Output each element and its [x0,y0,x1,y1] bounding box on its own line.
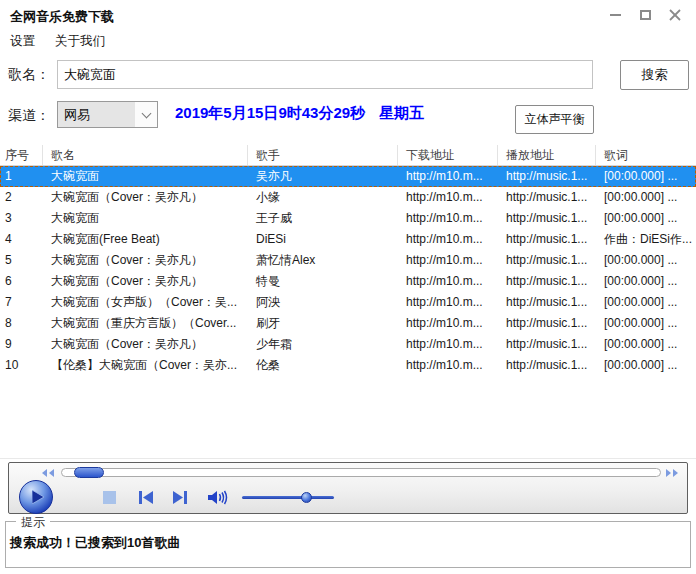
song-cell: 大碗宽面（Cover：吴亦凡） [43,250,248,271]
play-icon [32,490,44,504]
song-name-input[interactable] [57,60,593,89]
volume-thumb[interactable] [301,492,312,503]
index-cell: 2 [0,187,43,208]
song-cell: 大碗宽面(Free Beat) [43,229,248,250]
weekday-text: 星期五 [379,104,424,121]
window-controls [600,2,690,28]
close-button[interactable] [660,2,690,28]
lyrics-cell: 作曲：DiESi作... [596,229,696,250]
channel-select[interactable]: 网易 [57,101,158,128]
lyrics-cell: [00:00.000] ... [596,187,696,208]
column-header-lyrics[interactable]: 歌词 [596,145,696,165]
song-cell: 【伦桑】大碗宽面（Cover：吴亦... [43,355,248,376]
seek-forward-icon[interactable] [665,469,679,477]
table-row[interactable]: 5 大碗宽面（Cover：吴亦凡） 萧忆情Alex http://m10.m..… [0,250,696,271]
lyrics-cell: [00:00.000] ... [596,208,696,229]
download-url-cell: http://m10.m... [398,250,498,271]
song-cell: 大碗宽面（Cover：吴亦凡） [43,187,248,208]
previous-track-button[interactable] [138,491,154,504]
table-row[interactable]: 6 大碗宽面（Cover：吴亦凡） 特曼 http://m10.m... htt… [0,271,696,292]
song-cell: 大碗宽面 [43,166,248,187]
maximize-icon [640,10,651,20]
play-url-cell: http://music.1... [498,271,596,292]
date-text: 2019年5月15日9时43分29秒 [175,104,365,121]
index-cell: 1 [0,166,43,187]
lyrics-cell: [00:00.000] ... [596,292,696,313]
index-cell: 6 [0,271,43,292]
index-cell: 4 [0,229,43,250]
download-url-cell: http://m10.m... [398,334,498,355]
lyrics-cell: [00:00.000] ... [596,250,696,271]
volume-icon[interactable] [208,490,228,505]
maximize-button[interactable] [630,2,660,28]
download-url-cell: http://m10.m... [398,292,498,313]
minimize-icon [610,14,621,16]
menu-item-about[interactable]: 关于我们 [53,31,107,52]
media-player [8,462,688,514]
lyrics-cell: [00:00.000] ... [596,271,696,292]
artist-cell: 萧忆情Alex [248,250,398,271]
search-button[interactable]: 搜索 [620,60,689,90]
index-cell: 9 [0,334,43,355]
seek-bar[interactable] [61,468,661,477]
table-row[interactable]: 9 大碗宽面（Cover：吴亦凡） 少年霜 http://m10.m... ht… [0,334,696,355]
table-row[interactable]: 10 【伦桑】大碗宽面（Cover：吴亦... 伦桑 http://m10.m.… [0,355,696,376]
artist-cell: 特曼 [248,271,398,292]
artist-cell: 阿泱 [248,292,398,313]
separator [0,458,696,459]
menu-item-settings[interactable]: 设置 [8,31,37,52]
index-cell: 7 [0,292,43,313]
artist-cell: DiESi [248,229,398,250]
table-row[interactable]: 1 大碗宽面 吴亦凡 http://m10.m... http://music.… [0,166,696,187]
song-cell: 大碗宽面（重庆方言版）（Cover... [43,313,248,334]
artist-cell: 少年霜 [248,334,398,355]
song-cell: 大碗宽面（Cover：吴亦凡） [43,271,248,292]
download-url-cell: http://m10.m... [398,208,498,229]
column-header-play[interactable]: 播放地址 [498,145,596,165]
index-cell: 8 [0,313,43,334]
song-cell: 大碗宽面（Cover：吴亦凡） [43,334,248,355]
song-cell: 大碗宽面（女声版）（Cover：吴... [43,292,248,313]
song-cell: 大碗宽面 [43,208,248,229]
channel-label: 渠道： [8,107,50,125]
play-url-cell: http://music.1... [498,292,596,313]
table-row[interactable]: 8 大碗宽面（重庆方言版）（Cover... 刷牙 http://m10.m..… [0,313,696,334]
column-header-artist[interactable]: 歌手 [248,145,398,165]
play-url-cell: http://music.1... [498,250,596,271]
download-url-cell: http://m10.m... [398,166,498,187]
seek-thumb[interactable] [74,467,104,478]
close-icon [669,9,681,21]
artist-cell: 吴亦凡 [248,166,398,187]
play-button[interactable] [19,480,53,514]
title-bar[interactable]: 全网音乐免费下载 [0,0,696,30]
lyrics-cell: [00:00.000] ... [596,334,696,355]
results-table: 序号 歌名 歌手 下载地址 播放地址 歌词 1 大碗宽面 吴亦凡 http://… [0,145,696,376]
download-url-cell: http://m10.m... [398,187,498,208]
lyrics-cell: [00:00.000] ... [596,355,696,376]
table-row[interactable]: 4 大碗宽面(Free Beat) DiESi http://m10.m... … [0,229,696,250]
download-url-cell: http://m10.m... [398,271,498,292]
stereo-balance-button[interactable]: 立体声平衡 [515,105,594,134]
player-controls [19,480,334,514]
table-row[interactable]: 2 大碗宽面（Cover：吴亦凡） 小缘 http://m10.m... htt… [0,187,696,208]
play-url-cell: http://music.1... [498,313,596,334]
volume-slider[interactable] [242,496,334,499]
minimize-button[interactable] [600,2,630,28]
table-row[interactable]: 3 大碗宽面 王子威 http://m10.m... http://music.… [0,208,696,229]
download-url-cell: http://m10.m... [398,229,498,250]
datetime-text: 2019年5月15日9时43分29秒星期五 [175,104,424,123]
status-group-label: 提示 [16,514,50,531]
table-header: 序号 歌名 歌手 下载地址 播放地址 歌词 [0,145,696,166]
next-track-button[interactable] [172,491,188,504]
status-groupbox: 提示 搜索成功！已搜索到10首歌曲 [5,521,691,568]
stop-button[interactable] [103,491,116,504]
table-row[interactable]: 7 大碗宽面（女声版）（Cover：吴... 阿泱 http://m10.m..… [0,292,696,313]
artist-cell: 伦桑 [248,355,398,376]
seek-back-icon[interactable] [41,469,55,477]
column-header-download[interactable]: 下载地址 [398,145,498,165]
column-header-index[interactable]: 序号 [0,145,43,165]
channel-dropdown-button[interactable] [135,102,157,127]
column-header-song[interactable]: 歌名 [43,145,248,165]
app-window: 全网音乐免费下载 设置 关于我们 歌名： 搜索 渠道： 网易 2019年5月15… [0,0,696,574]
lyrics-cell: [00:00.000] ... [596,313,696,334]
